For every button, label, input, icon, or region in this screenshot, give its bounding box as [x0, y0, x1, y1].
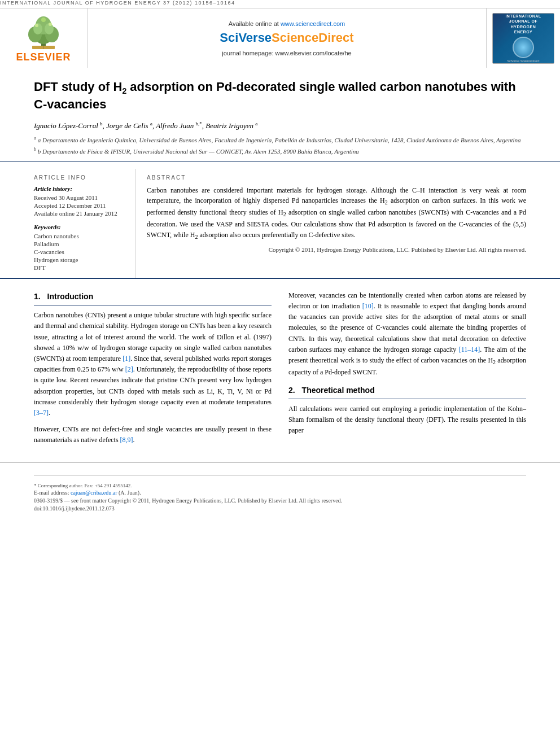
email-person: (A. Juan). [119, 490, 141, 496]
journal-cover-box: InternationalJournal ofHYDROGENENERGY Sc… [487, 8, 560, 68]
footer-divider [34, 475, 526, 476]
sciverse-sd-text: ScienceDirect [272, 30, 354, 45]
introduction-title: 1. Introduction [34, 290, 272, 305]
abstract-header: Abstract [147, 174, 526, 181]
page-footer: * Corresponding author. Fax: +54 291 459… [0, 462, 560, 518]
intro-paragraph-1: Carbon nanotubes (CNTs) present a unique… [34, 310, 272, 418]
email-label: E-mail address: [34, 490, 69, 496]
sciverse-sv-text: SciVerse [220, 30, 272, 45]
section-number-2: 2. [288, 386, 295, 395]
svg-point-8 [49, 23, 52, 26]
affiliation-a: a a Departamento de Ingeniería Química, … [34, 135, 526, 145]
ref-8-9[interactable]: [8,9] [120, 436, 133, 444]
issn-note: 0360-3199/$ — see front matter Copyright… [34, 497, 526, 504]
keyword-c-vacancies: C-vacancies [34, 248, 124, 255]
abstract-text: Carbon nanotubes are considered importan… [147, 185, 526, 242]
sciverse-logo: SciVerse ScienceDirect [220, 30, 353, 45]
journal-header: International Journal of Hydrogen Energy… [0, 0, 560, 68]
section-number-1: 1. [34, 292, 41, 301]
available-online-text: Available online at www.sciencedirect.co… [229, 20, 345, 27]
journal-top-bar: International Journal of Hydrogen Energy… [0, 0, 560, 6]
body-left-col: 1. Introduction Carbon nanotubes (CNTs) … [34, 290, 272, 452]
ref-3-7[interactable]: [3–7] [34, 409, 49, 417]
theoretical-paragraph-1: All calculations were carried out employ… [288, 404, 526, 436]
svg-point-7 [35, 24, 38, 27]
theoretical-method-label: Theoretical method [302, 386, 375, 395]
introduction-label: Introduction [47, 292, 94, 301]
body-right-col: Moreover, vacancies can be intentionally… [288, 290, 526, 452]
article-info-header: Article Info [34, 174, 124, 181]
keyword-palladium: Palladium [34, 241, 124, 247]
elsevier-logo-box: ELSEVIER [0, 8, 88, 68]
journal-cover: InternationalJournal ofHYDROGENENERGY Sc… [492, 13, 554, 64]
authors-list: Ignacio López-Corral b, Jorge de Celis a… [34, 120, 526, 130]
svg-point-9 [41, 18, 46, 22]
keyword-hydrogen-storage: Hydrogen storage [34, 256, 124, 263]
corresponding-author-note: * Corresponding author. Fax: +54 291 459… [34, 483, 526, 488]
received-date: Received 30 August 2011 [34, 194, 124, 201]
keyword-carbon-nanotubes: Carbon nanotubes [34, 233, 124, 239]
email-note: E-mail address: cajuan@criba.edu.ar (A. … [34, 490, 526, 496]
cover-bottom-text: SciVerse ScienceDirect [507, 59, 539, 63]
sciencedirect-link[interactable]: www.sciencedirect.com [281, 20, 345, 27]
author-email-link[interactable]: cajuan@criba.edu.ar [71, 490, 117, 496]
elsevier-tree-icon [21, 13, 66, 50]
journal-homepage: journal homepage: www.elsevier.com/locat… [222, 50, 351, 56]
intro-paragraph-2: However, CNTs are not defect-free and si… [34, 424, 272, 445]
cover-circle-graphic [513, 37, 534, 58]
keyword-dft: DFT [34, 264, 124, 271]
ref-11-14[interactable]: [11–14] [459, 346, 480, 353]
affiliation-b: b b Departamento de Física & IFISUR, Uni… [34, 146, 526, 156]
header-center: Available online at www.sciencedirect.co… [88, 8, 487, 68]
main-body: 1. Introduction Carbon nanotubes (CNTs) … [0, 279, 560, 463]
ref-10[interactable]: [10] [362, 302, 374, 310]
available-online-date: Available online 21 January 2012 [34, 210, 124, 217]
abstract-copyright: Copyright © 2011, Hydrogen Energy Public… [147, 246, 526, 253]
keywords-label: Keywords: [34, 224, 124, 230]
accepted-date: Accepted 12 December 2011 [34, 202, 124, 209]
article-info-col: Article Info Article history: Received 3… [0, 169, 135, 278]
elsevier-wordmark: ELSEVIER [16, 51, 71, 63]
article-info-abstract-section: Article Info Article history: Received 3… [0, 162, 560, 279]
article-title: DFT study of H2 adsorption on Pd-decorat… [34, 79, 526, 112]
doi-note: doi:10.1016/j.ijhydene.2011.12.073 [34, 505, 526, 512]
body-two-col: 1. Introduction Carbon nanotubes (CNTs) … [34, 290, 526, 452]
affiliations: a a Departamento de Ingeniería Química, … [34, 135, 526, 156]
abstract-col: Abstract Carbon nanotubes are considered… [135, 169, 560, 278]
right-intro-paragraph-1: Moreover, vacancies can be intentionally… [288, 290, 526, 378]
article-history-label: Article history: [34, 185, 124, 192]
article-title-section: DFT study of H2 adsorption on Pd-decorat… [0, 68, 560, 162]
ref-1[interactable]: [1] [123, 355, 130, 362]
theoretical-method-title: 2. Theoretical method [288, 384, 526, 399]
ref-2[interactable]: [2] [125, 365, 133, 373]
cover-title: InternationalJournal ofHYDROGENENERGY [503, 14, 543, 34]
